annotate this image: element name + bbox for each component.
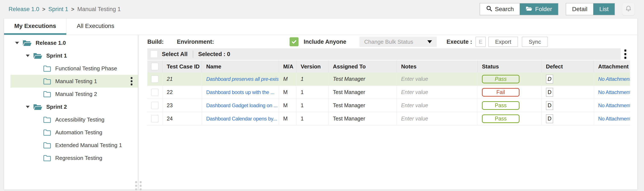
column-header-status: Status [478,60,542,72]
defect-button[interactable]: D [546,114,553,123]
status-cell: Fail [478,86,542,99]
search-button[interactable]: Search [480,4,520,15]
chevron-down-icon[interactable] [26,54,30,57]
attachment-link[interactable]: No Attachment [598,102,630,108]
tree-item-manual-testing-2[interactable]: Manual Testing 2 [10,88,138,100]
test-case-name-link[interactable]: Dashboard Gadget loading on ... [206,102,278,108]
folder-icon [43,142,52,149]
folder-icon [43,78,52,85]
status-cell: Pass [478,112,542,125]
row-checkbox[interactable] [151,102,158,109]
status-badge[interactable]: Pass [482,101,520,110]
test-case-id-cell: 24 [162,112,202,125]
column-header-version: Version [296,60,328,72]
notifications-button[interactable] [622,3,634,15]
folder-open-icon [22,39,32,47]
change-bulk-status-placeholder: Change Bulk Status [364,38,413,45]
folder-button[interactable]: Folder [520,4,558,15]
tree-item-automation-testing[interactable]: Automation Testing [10,126,138,139]
include-anyone-label: Include Anyone [304,38,346,45]
defect-button[interactable]: D [546,88,553,97]
attachment-cell: No Attachment [594,72,630,86]
ma-cell: M [279,99,296,112]
assigned-to-cell: Test Manager [328,112,397,125]
test-case-name-link[interactable]: Dashboard boots up with the ... [206,89,274,95]
header-checkbox[interactable] [151,63,158,70]
export-button[interactable]: Export [488,37,518,47]
notes-input[interactable]: Enter value [401,116,428,122]
attachment-cell: No Attachment [594,99,630,112]
status-badge[interactable]: Fail [482,88,520,96]
list-view-button[interactable]: List [593,4,614,15]
status-cell: Pass [478,99,542,112]
version-cell: 1 [296,112,328,125]
change-bulk-status-dropdown[interactable]: Change Bulk Status [360,37,437,47]
tree-item-manual-testing-1[interactable]: Manual Testing 1 [10,75,138,88]
row-checkbox-cell [147,99,162,112]
column-header-test-case-id: Test Case ID [162,60,202,72]
ma-cell: M [279,72,296,86]
row-checkbox-cell [147,86,162,99]
table-options-kebab-icon[interactable] [620,48,630,60]
include-anyone-checkbox[interactable] [290,37,298,46]
column-header-assigned-to: Assigned To [328,60,397,72]
select-all-bar: Select All Selected : 0 [147,48,620,60]
attachment-link[interactable]: No Attachment [598,76,630,82]
breadcrumb-item-release-1-0[interactable]: Release 1.0 [8,6,39,12]
notes-input[interactable]: Enter value [401,89,428,95]
detail-button-label: Detail [572,6,588,12]
test-case-name-link[interactable]: Dashboard Calendar opens by... [206,116,277,122]
header-checkbox-cell [147,60,162,72]
tab-all-executions[interactable]: All Executions [66,18,124,35]
row-checkbox[interactable] [151,115,158,122]
row-checkbox[interactable] [151,89,158,96]
folder-open-icon [33,103,42,111]
select-all-checkbox[interactable] [150,50,158,58]
version-cell: 1 [296,86,328,99]
attachment-link[interactable]: No Attachment [598,89,630,95]
folder-open-icon [526,6,532,13]
tree-item-release-1-0[interactable]: Release 1.0 [10,36,138,49]
sync-button[interactable]: Sync [522,37,548,47]
tree-item-sprint-2[interactable]: Sprint 2 [10,100,138,113]
assigned-to-cell: Test Manager [328,86,397,99]
chevron-down-icon[interactable] [26,106,30,108]
tree-item-sprint-1[interactable]: Sprint 1 [10,49,138,62]
folder-icon [43,116,52,123]
tree-item-label: Regression Testing [55,155,102,161]
tree-item-extended-manual-testing-1[interactable]: Extended Manual Testing 1 [10,139,138,152]
notes-input[interactable]: Enter value [401,102,428,108]
folder-icon [43,65,52,72]
notes-cell: Enter value [397,86,478,99]
tree-item-functional-testing-phase[interactable]: Functional Testing Phase [10,62,138,75]
table-row: 23 Dashboard Gadget loading on ... M 1 T… [147,99,630,112]
attachment-link[interactable]: No Attachment [598,116,630,122]
execute-label: Execute : [446,38,472,45]
test-case-name-link[interactable]: Dashboard preserves all pre-exis... [206,76,279,82]
tree-item-regression-testing[interactable]: Regression Testing [10,152,138,164]
test-case-id-cell: 23 [162,99,202,112]
chevron-down-icon[interactable] [15,42,19,44]
status-badge[interactable]: Pass [482,114,520,123]
kebab-menu-icon[interactable] [130,76,133,86]
breadcrumb-item-sprint-1[interactable]: Sprint 1 [48,6,68,12]
defect-button[interactable]: D [546,101,553,110]
defect-cell: D [542,99,594,112]
name-cell: Dashboard Gadget loading on ... [202,99,279,112]
name-cell: Dashboard Calendar opens by... [202,112,279,125]
test-case-id-cell: 21 [162,72,202,86]
search-icon [486,5,492,13]
name-cell: Dashboard preserves all pre-exis... [202,72,279,86]
table-header-row: Test Case IDNameM/AVersionAssigned ToNot… [147,60,630,72]
splitter-drag-handle-icon[interactable] [135,181,142,190]
ma-cell: M [279,112,296,125]
tab-my-executions[interactable]: My Executions [4,18,66,35]
execute-shortcut-button[interactable]: E [476,37,486,47]
tree-item-accessibility-testing[interactable]: Accessibility Testing [10,113,138,126]
detail-view-button[interactable]: Detail [566,4,594,15]
defect-button[interactable]: D [546,74,553,84]
executions-toolbar: Build: Environment: Include Anyone Chang… [147,35,630,48]
row-checkbox[interactable] [151,76,158,83]
notes-input[interactable]: Enter value [401,76,428,82]
status-badge[interactable]: Pass [482,75,520,83]
